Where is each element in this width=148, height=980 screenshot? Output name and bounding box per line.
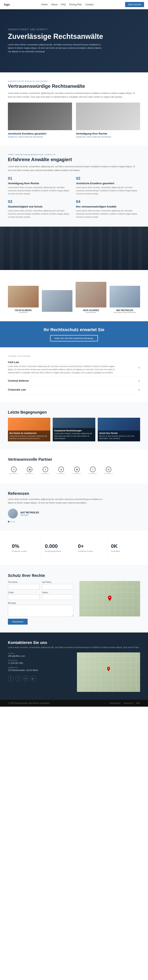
navigation: logo Home About FAQ Pricing Plan Contact… <box>0 0 148 9</box>
kontakt-layout: E-Mail office@office.com Telefon +1 234 … <box>8 652 140 692</box>
nav-home[interactable]: Home <box>41 3 48 6</box>
stat-label-3: Zufriedene Kunden <box>78 550 103 553</box>
trusted-badge: KOMPETENTE RECHTSLÖSUNGEN <box>8 80 140 82</box>
partner-label-3: CONTACT <box>41 473 50 474</box>
kontakt-section: Kontaktieren Sie uns Lorem dolor sit ame… <box>0 633 148 700</box>
stat-3: 0+ Zufriedene Kunden <box>74 538 107 557</box>
anwalte-num-2: 02 <box>76 176 140 181</box>
trusted-card-2: Verteidigung Ihrer Rechte Sample text. C… <box>76 103 140 138</box>
kontakt-map <box>77 652 140 692</box>
form-message-label: Message <box>8 602 73 604</box>
kontakt-phone-label: Telefon <box>8 660 71 662</box>
form-message-textarea[interactable] <box>8 605 73 617</box>
team-card-4: NAT REYNOLDS Buchhalter-Wirtschaftsprüfe… <box>110 286 140 313</box>
ref-dot-2[interactable] <box>11 521 12 522</box>
form-lastname-field: Last Name <box>42 581 73 590</box>
beg-overlay-1: Ihre Partner Im Justizbereich Lorem dolo… <box>8 431 50 441</box>
form-phone-input[interactable] <box>42 595 73 600</box>
banner-cta-button[interactable]: Holen Sie sich Ihre kostenlose Beratung. <box>50 335 98 341</box>
anwalte-num-1: 01 <box>8 176 72 181</box>
trusted-card-title-1: Juristische Exzellenz garantiert <box>8 132 72 135</box>
form-lastname-input[interactable] <box>42 584 73 590</box>
partner-7: ⊞ CONTACT <box>103 466 115 476</box>
service-civil-text: Lorem dolor sit amet, consectetur adipis… <box>8 365 118 374</box>
team-name-4: NAT REYNOLDS <box>110 309 140 312</box>
team-role-1: Büroleiterin <box>8 312 39 313</box>
ref-dot-1[interactable] <box>8 521 10 522</box>
service-corporate[interactable]: Corporate Law ∨ <box>8 385 140 394</box>
service-criminal-name: Criminal Defense <box>8 379 29 382</box>
beg-card-2[interactable]: Kompetente Rechtslösungen Lorem dolor si… <box>53 418 95 441</box>
stat-1: 0% Erfolgsrate Kunden <box>8 538 41 557</box>
anwalte-text: Lorem dolor sit amet, consectetur adipis… <box>8 165 140 172</box>
social-twitter-button[interactable]: t <box>15 676 21 681</box>
service-civil[interactable]: Civil Law Lorem dolor sit amet, consecte… <box>8 358 140 377</box>
social-linkedin-button[interactable]: in <box>23 676 29 681</box>
anwalte-items: 01 Verteidigung Ihrer Rechte Lorem ipsum… <box>8 176 140 196</box>
nav-faq[interactable]: FAQ <box>61 3 66 6</box>
anwalte-title: Erfahrene Anwälte engagiert <box>8 157 140 162</box>
trusted-card-1: Juristische Exzellenz garantiert Sample … <box>8 103 72 138</box>
partner-icon-2: ▣ <box>27 467 32 472</box>
nav-cta-button[interactable]: Jetzt buchen <box>125 2 144 7</box>
beg-card-3[interactable]: Schutz Ihrer Rechte Bite wir on this occ… <box>98 418 140 441</box>
anwalte-items-row2: 03 Glaubwürdigkeit und Schutz Lorem ipsu… <box>8 199 140 219</box>
anwalte-item-2: 02 Juristische Exzellenz garantiert Lore… <box>76 176 140 196</box>
kontakt-phone: Telefon +1 234 567 890 <box>8 660 71 664</box>
form-email-input[interactable] <box>8 595 40 600</box>
anwalte-title-2: Juristische Exzellenz garantiert <box>76 182 140 185</box>
form-firstname-input[interactable] <box>8 584 40 590</box>
anwalte-text-4: Lorem ipsum dolor sit amet, consectetur … <box>76 209 140 219</box>
social-google-button[interactable]: g+ <box>30 676 36 681</box>
team-photo-1 <box>8 286 39 307</box>
partners-title: Vertrauensvolle Partner <box>8 457 140 462</box>
ref-dot-3[interactable] <box>13 521 15 522</box>
nav-about[interactable]: About <box>51 3 57 6</box>
map-pin-icon <box>107 596 112 602</box>
anwalte-item-3: 03 Glaubwürdigkeit und Schutz Lorem ipsu… <box>8 199 72 219</box>
banner-section: Ihr Rechtsschutz erwartet Sie Holen Sie … <box>0 321 148 347</box>
service-corporate-name: Corporate Law <box>8 388 26 391</box>
footer-link-privacy[interactable]: Datenschutz <box>110 702 121 704</box>
schutz-right <box>80 581 140 625</box>
partner-icon-6: ⚡ <box>90 467 95 472</box>
footer-link-terms[interactable]: AGB <box>136 702 140 704</box>
beg-card-text-3: Bite wir on this occasion and join us fo… <box>99 435 138 440</box>
partner-label-7: CONTACT <box>104 473 113 474</box>
stat-label-2: Beratungsgespräche <box>45 550 70 553</box>
footer-link-imprint[interactable]: Impressum <box>123 702 133 704</box>
kontakt-email-label: E-Mail <box>8 652 71 654</box>
team-card-3: JACK ALVAREZ Verkaufsleiter <box>76 282 107 313</box>
footer-links: Datenschutz Impressum AGB <box>110 702 140 704</box>
partner-4: ◈ CONTACT <box>55 466 67 476</box>
form-firstname-label: First Name <box>8 581 40 583</box>
form-phone-label: Telefon <box>42 592 73 593</box>
beg-overlay-3: Schutz Ihrer Rechte Bite wir on this occ… <box>98 431 140 441</box>
trusted-card-title-2: Verteidigung Ihrer Rechte <box>76 132 140 135</box>
service-civil-name: Civil Law <box>8 361 118 364</box>
form-submit-button[interactable]: Abschicken <box>8 619 28 625</box>
hero-badge: GERECHTIGKEIT UND SCHNITT <box>8 29 140 30</box>
stat-num-3: 0+ <box>78 543 103 549</box>
map-placeholder <box>80 581 140 617</box>
kontakt-address-label: Adresse <box>8 667 71 668</box>
team-card-2 <box>42 290 73 313</box>
form-email-field: E-Mail <box>8 592 40 600</box>
trusted-card-sample-2[interactable]: Sample text. Click to select the Text El… <box>76 136 140 138</box>
courthouse-section <box>0 227 148 270</box>
stat-label-1: Erfolgsrate Kunden <box>12 550 37 553</box>
beg-card-text-2: Lorem dolor sit amet, consectetur adipis… <box>54 432 94 440</box>
team-role-3: Verkaufsleiter <box>76 312 107 313</box>
nav-pricing[interactable]: Pricing Plan <box>69 3 82 6</box>
trusted-card-sample-1[interactable]: Sample text. Click to select the Text El… <box>8 136 72 138</box>
team-photo-3 <box>76 282 107 307</box>
beg-card-1[interactable]: Ihre Partner Im Justizbereich Lorem dolo… <box>8 418 50 441</box>
anwalte-num-4: 04 <box>76 199 140 204</box>
service-criminal[interactable]: Criminal Defense ∨ <box>8 377 140 385</box>
nav-contact[interactable]: Contact <box>86 3 94 6</box>
anwalte-section: IHRE VERTRAUENSWÜRDIGEN ANWÄLTE Erfahren… <box>0 146 148 226</box>
partner-icon-3: ✦ <box>43 467 48 472</box>
social-facebook-button[interactable]: f <box>8 676 13 681</box>
team-photo-2 <box>42 290 73 312</box>
anwalte-num-3: 03 <box>8 199 72 204</box>
